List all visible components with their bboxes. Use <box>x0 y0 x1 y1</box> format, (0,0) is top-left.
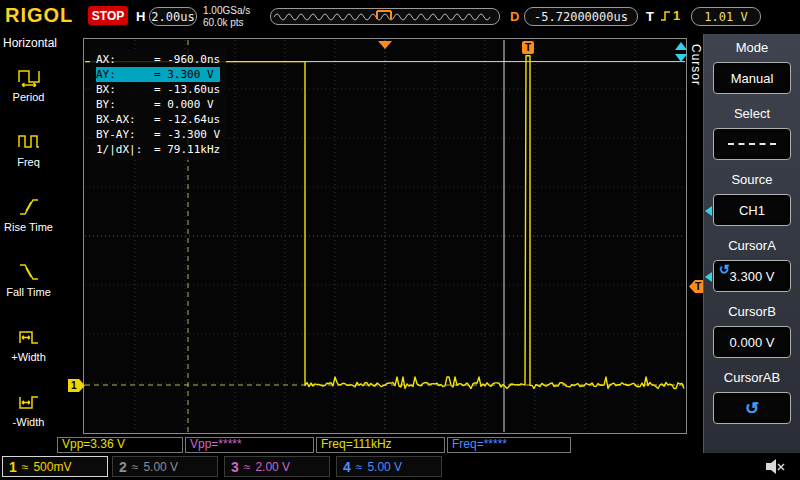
cursor-readout-label: 1/|dX|: <box>96 142 154 157</box>
delay-label: D <box>510 9 519 24</box>
plus-width-icon <box>17 327 41 347</box>
measure-sidebar: Horizontal Period Freq Rise Time Fall Ti… <box>0 34 57 453</box>
soft-menu-panel: Mode Manual Select Source CH1 CursorA ↺ … <box>703 34 800 453</box>
channel-scale: 500mV <box>33 460 71 474</box>
sidebar-item-label: Period <box>13 91 45 103</box>
minus-width-icon <box>17 392 41 412</box>
svg-text:T: T <box>525 42 531 53</box>
period-icon <box>17 67 41 87</box>
channel-number: 3 <box>231 459 239 475</box>
cursor-readout-value: = -3.300 V <box>154 127 220 142</box>
coupling-icon: ≈ <box>132 460 139 474</box>
cursor-menu-tab-label: Cursor <box>689 44 703 124</box>
trigger-delay-value[interactable]: -5.72000000us <box>524 7 638 26</box>
menu-section-cursor-b: CursorB 0.000 V <box>704 302 800 368</box>
cursor-ab-button[interactable]: ↺ <box>713 392 791 424</box>
cursor-readout-row: 1/|dX|:= 79.11kHz <box>96 142 220 157</box>
sample-rate: 1.00GSa/s <box>203 5 250 17</box>
fall-time-icon <box>17 262 41 282</box>
cursor-b-button[interactable]: 0.000 V <box>713 326 791 358</box>
cursor-readout-value: = -12.64us <box>154 112 220 127</box>
menu-section-mode: Mode Manual <box>704 38 800 104</box>
cursor-readout-row: BY-AY:= -3.300 V <box>96 127 220 142</box>
channel4-block[interactable]: 4 ≈ 5.00 V <box>336 456 442 477</box>
select-button[interactable] <box>713 128 791 160</box>
channel2-block[interactable]: 2 ≈ 5.00 V <box>112 456 218 477</box>
menu-section-select: Select <box>704 104 800 170</box>
measurement-freq-ch4: Freq=***** <box>447 437 571 453</box>
top-status-bar: RIGOL STOP H 2.00us 1.00GSa/s 60.0k pts … <box>0 0 800 34</box>
channel-scale: 5.00 V <box>367 460 402 474</box>
menu-section-header: CursorAB <box>704 368 800 388</box>
trigger-source-channel: 1 <box>673 8 680 23</box>
menu-section-header: Mode <box>704 38 800 58</box>
cursor-readout-value: = 0.000 V <box>154 97 214 112</box>
channel-number: 2 <box>119 459 127 475</box>
cursor-readout-value: = -13.60us <box>154 82 220 97</box>
timebase-position-strip[interactable] <box>270 8 500 25</box>
sidebar-item-label: Rise Time <box>4 221 53 233</box>
cursor-a-button[interactable]: ↺ 3.300 V <box>713 260 791 292</box>
rising-edge-icon <box>659 9 672 23</box>
trigger-label: T <box>646 9 654 24</box>
sidebar-item-rise-time[interactable]: Rise Time <box>0 182 57 247</box>
sidebar-item-minus-width[interactable]: -Width <box>0 377 57 442</box>
oscilloscope-screen: RIGOL STOP H 2.00us 1.00GSa/s 60.0k pts … <box>0 0 800 480</box>
sidebar-item-label: Fall Time <box>6 286 51 298</box>
rise-time-icon <box>17 197 41 217</box>
menu-section-header: Source <box>704 170 800 190</box>
cursor-readout-row: AX:= -960.0ns <box>96 52 220 67</box>
cursor-readout-label: BX: <box>96 82 154 97</box>
coupling-icon: ≈ <box>244 460 251 474</box>
channel3-block[interactable]: 3 ≈ 2.00 V <box>224 456 330 477</box>
channel-number: 4 <box>343 459 351 475</box>
rotate-knob-icon: ↺ <box>719 262 730 277</box>
menu-section-source: Source CH1 <box>704 170 800 236</box>
cursor-readout-label: BX-AX: <box>96 112 154 127</box>
sidebar-item-label: +Width <box>11 351 46 363</box>
measurement-freq-ch1: Freq=111kHz <box>316 437 445 453</box>
mode-button[interactable]: Manual <box>713 62 791 94</box>
cursor-readout-value: = 3.300 V <box>154 67 214 82</box>
sidebar-item-period[interactable]: Period <box>0 52 57 117</box>
sidebar-title: Horizontal <box>0 34 57 52</box>
sidebar-item-freq[interactable]: Freq <box>0 117 57 182</box>
sidebar-item-plus-width[interactable]: +Width <box>0 312 57 377</box>
measurement-vpp-ch1: Vpp=3.36 V <box>57 437 183 453</box>
channel-scale: 2.00 V <box>255 460 290 474</box>
sidebar-item-fall-time[interactable]: Fall Time <box>0 247 57 312</box>
cursor-readout-row: BX:= -13.60us <box>96 82 220 97</box>
sidebar-item-label: Freq <box>17 156 40 168</box>
speaker-icon[interactable] <box>764 458 786 479</box>
cursor-readout-value: = -960.0ns <box>154 52 220 67</box>
source-button[interactable]: CH1 <box>713 194 791 226</box>
channel-scale: 5.00 V <box>143 460 178 474</box>
memory-depth: 60.0k pts <box>203 17 250 29</box>
trigger-source-indicator[interactable]: 1 <box>659 8 680 23</box>
cursor-readout-row: BX-AX:= -12.64us <box>96 112 220 127</box>
cursor-readout-value: = 79.11kHz <box>154 142 220 157</box>
cursor-readout-panel: AX:= -960.0ns AY:= 3.300 V BX:= -13.60us… <box>90 49 226 160</box>
coupling-icon: ≈ <box>356 460 363 474</box>
trigger-level-value[interactable]: 1.01 V <box>691 7 761 26</box>
coupling-icon: ≈ <box>22 460 29 474</box>
cursor-readout-label: AY: <box>96 67 154 82</box>
dashed-line-icon <box>728 143 776 145</box>
cursor-readout-label: BY-AY: <box>96 127 154 142</box>
measurement-vpp-ch3: Vpp=***** <box>185 437 314 453</box>
channel-number: 1 <box>9 459 17 475</box>
menu-section-cursor-ab: CursorAB ↺ <box>704 368 800 434</box>
waveform-grid-area: T AX:= -960.0ns AY:= 3.300 V BX:= -13.60… <box>83 38 689 436</box>
sidebar-item-label: -Width <box>13 416 45 428</box>
channel-status-bar: 1 ≈ 500mV 2 ≈ 5.00 V 3 ≈ 2.00 V 4 ≈ 5.00… <box>0 453 800 480</box>
cursor-readout-label: BY: <box>96 97 154 112</box>
cursor-readout-row: BY:= 0.000 V <box>96 97 220 112</box>
memory-waveform-icon <box>271 9 499 24</box>
timebase-value[interactable]: 2.00us <box>149 7 197 26</box>
rotate-knob-icon: ↺ <box>745 398 759 419</box>
run-state-badge[interactable]: STOP <box>88 6 128 25</box>
adjust-left-arrow-icon <box>705 272 712 282</box>
channel1-block[interactable]: 1 ≈ 500mV <box>2 456 108 477</box>
cursor-b-value: 0.000 V <box>730 335 775 350</box>
freq-icon <box>17 132 41 152</box>
